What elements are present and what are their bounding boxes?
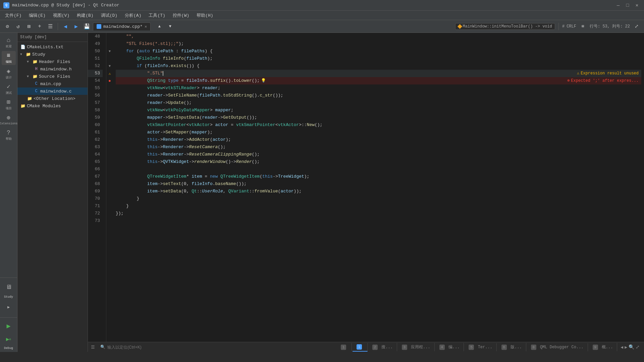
- tree-item-source-files[interactable]: ▼ 📁 Source Files: [17, 73, 88, 80]
- code-line-48[interactable]: "",: [116, 33, 641, 40]
- code-line-55[interactable]: vtkNew<vtkSTLReader> reader;: [116, 84, 641, 92]
- code-line-68[interactable]: item->setText(0, fileInfo.baseName());: [116, 180, 641, 188]
- tab-num-1: 1: [341, 345, 346, 350]
- sidebar-edit[interactable]: ≡ 编辑: [2, 51, 16, 65]
- tree-item-cmake-modules[interactable]: 📁 CMake Modules: [17, 102, 88, 110]
- menu-help[interactable]: 帮助(H): [193, 11, 216, 19]
- code-line-57[interactable]: reader->Update();: [116, 99, 641, 107]
- bottom-tab-9[interactable]: 9 概...: [589, 343, 618, 351]
- menu-debug[interactable]: 调试(D): [98, 11, 121, 19]
- code-line-52[interactable]: if (fileInfo.exists()) {: [116, 62, 641, 70]
- code-line-66[interactable]: [116, 166, 641, 173]
- function-selector[interactable]: MainWindow::initMenuToolBar() -> void: [455, 23, 555, 30]
- tree-item-mainwindow-cpp[interactable]: C mainwindow.c: [17, 87, 88, 95]
- bottom-tab-6[interactable]: 6 版...: [497, 343, 526, 351]
- menu-tools[interactable]: 工具(T): [145, 11, 168, 19]
- minimize-button[interactable]: —: [614, 2, 622, 9]
- collapse-sidebar-btn[interactable]: ☰: [90, 345, 96, 350]
- code-line-59[interactable]: mapper->SetInputData(reader->GetOutput()…: [116, 114, 641, 121]
- encoding-button[interactable]: ⊞: [578, 22, 588, 31]
- code-line-67[interactable]: QTreeWidgetItem* item = new QTreeWidgetI…: [116, 173, 641, 180]
- nav-next-button[interactable]: ▶: [71, 22, 81, 31]
- tree-item-mainwindow-h[interactable]: H mainwindow.h: [17, 65, 88, 73]
- bottom-tab-1-active[interactable]: 1: [353, 343, 368, 352]
- code-line-62[interactable]: this->Renderer->AddActor(actor);: [116, 136, 641, 143]
- code-editor[interactable]: 48 49 50 51 52 53 54 55 56 57 58 59 60 6…: [88, 33, 644, 342]
- location-input[interactable]: [107, 345, 174, 350]
- tree-item-main-cpp[interactable]: C main.cpp: [17, 80, 88, 87]
- sidebar-project[interactable]: ⊞ 项目: [2, 97, 16, 111]
- maximize-button[interactable]: □: [624, 2, 631, 9]
- tab-close-button[interactable]: ✕: [145, 24, 147, 29]
- code-line-50[interactable]: for (auto filePath : filePaths) {: [116, 48, 641, 55]
- sidebar-expand[interactable]: ▶: [2, 300, 16, 314]
- code-line-69[interactable]: item->setData(0, Qt::UserRole, QVariant:…: [116, 188, 641, 195]
- code-line-65[interactable]: this->QVTKWidget->renderWindow()->Render…: [116, 158, 641, 166]
- code-line-58[interactable]: vtkNew<vtkPolyDataMapper> mapper;: [116, 107, 641, 114]
- file-tree-body[interactable]: 📄 CMakeLists.txt ▼ 📁 Study ▼ 📁 Header Fi…: [17, 42, 88, 352]
- code-51-a: [116, 55, 137, 62]
- expand-button[interactable]: ⤢: [632, 22, 641, 31]
- editor-tab[interactable]: mainwindow.cpp* ✕: [93, 22, 151, 31]
- sidebar-toggle[interactable]: ☰: [46, 22, 55, 31]
- code-line-64[interactable]: this->Renderer->ResetCameraClippingRange…: [116, 151, 641, 158]
- sidebar-test[interactable]: ✓ 测试: [2, 82, 16, 96]
- tab-down-button[interactable]: ▼: [165, 22, 175, 31]
- tree-item-header-files[interactable]: ▼ 📁 Header Files: [17, 58, 88, 65]
- menu-analyze[interactable]: 分析(A): [121, 11, 145, 19]
- gutter-52[interactable]: ▼: [106, 62, 113, 70]
- forward-button[interactable]: ⊞: [24, 22, 34, 31]
- tree-item-other[interactable]: 📁 <Other Location>: [17, 95, 88, 102]
- code-line-71[interactable]: }: [116, 202, 641, 210]
- code-line-54[interactable]: QString type = fileInfo.suffix().toLower…: [116, 77, 641, 84]
- new-file-button[interactable]: +: [35, 22, 44, 31]
- sidebar-design[interactable]: ◈ 设计: [2, 66, 16, 80]
- tab-up-button[interactable]: ▲: [155, 22, 164, 31]
- tree-item-cmake[interactable]: 📄 CMakeLists.txt: [17, 43, 88, 51]
- tree-item-study[interactable]: ▼ 📁 Study: [17, 51, 88, 58]
- sidebar-study[interactable]: 🖥: [2, 280, 16, 294]
- code-line-63[interactable]: this->Renderer->ResetCamera();: [116, 143, 641, 151]
- menu-edit[interactable]: 编辑(E): [25, 11, 49, 19]
- code-60-gt1: >: [210, 121, 215, 129]
- code-line-73[interactable]: [116, 217, 641, 225]
- sidebar-welcome[interactable]: ⌂ 欢迎: [2, 36, 16, 50]
- back-button[interactable]: ↺: [13, 22, 23, 31]
- close-button[interactable]: ✕: [633, 2, 641, 9]
- code-69-qv: QVariant: [228, 188, 249, 195]
- warning-triangle-53: ⚠: [109, 71, 111, 76]
- expand-tabs-btn[interactable]: ⤢: [636, 344, 640, 350]
- code-line-72[interactable]: });: [116, 210, 641, 217]
- sidebar-help[interactable]: ? 帮助: [2, 128, 16, 142]
- gutter-54: ●: [106, 77, 113, 84]
- run-button[interactable]: ▶: [3, 320, 15, 332]
- bottom-tab-2[interactable]: 2 搜...: [368, 343, 397, 351]
- code-line-61[interactable]: actor->SetMapper(mapper);: [116, 129, 641, 136]
- menu-build[interactable]: 构建(B): [73, 11, 97, 19]
- filter-button[interactable]: ⊘: [3, 22, 12, 31]
- menu-view[interactable]: 视图(V): [50, 11, 73, 19]
- bottom-tab-5[interactable]: 5 Ter...: [465, 343, 496, 351]
- bottom-tab-8[interactable]: 8 QML Debugger Co...: [527, 343, 588, 351]
- tab-nav-left[interactable]: ◀: [621, 345, 623, 350]
- save-button[interactable]: 💾: [82, 22, 92, 31]
- code-line-53[interactable]: ".STL" ⚠ Expression result unused: [116, 70, 641, 77]
- gutter-50[interactable]: ▼: [106, 48, 113, 55]
- debug-button[interactable]: ▶⚙: [3, 333, 15, 345]
- sidebar-extensions[interactable]: ⊕ Extensions: [2, 113, 16, 127]
- bottom-tab-3[interactable]: 3 应用程...: [398, 343, 435, 351]
- menu-controls[interactable]: 控件(W): [169, 11, 193, 19]
- tab-nav-right[interactable]: ▶: [625, 345, 627, 350]
- menu-file[interactable]: 文件(F): [2, 11, 25, 19]
- code-line-49[interactable]: "STL Files(*.stl);;");: [116, 40, 641, 48]
- code-content[interactable]: "", "STL Files(*.stl);;"); for (auto fil…: [113, 33, 644, 342]
- code-line-56[interactable]: reader->SetFileName(filePath.toStdString…: [116, 92, 641, 99]
- gutter-58: [106, 107, 113, 114]
- bottom-tab-1[interactable]: 1: [337, 343, 352, 351]
- code-line-60[interactable]: vtkSmartPointer<vtkActor> actor = vtkSma…: [116, 121, 641, 129]
- search-tab-btn[interactable]: 🔍: [629, 344, 634, 350]
- code-line-51[interactable]: QFileInfo fileInfo(filePath);: [116, 55, 641, 62]
- bottom-tab-4[interactable]: 4 编...: [435, 343, 464, 351]
- code-line-70[interactable]: }: [116, 195, 641, 202]
- nav-prev-button[interactable]: ◀: [61, 22, 70, 31]
